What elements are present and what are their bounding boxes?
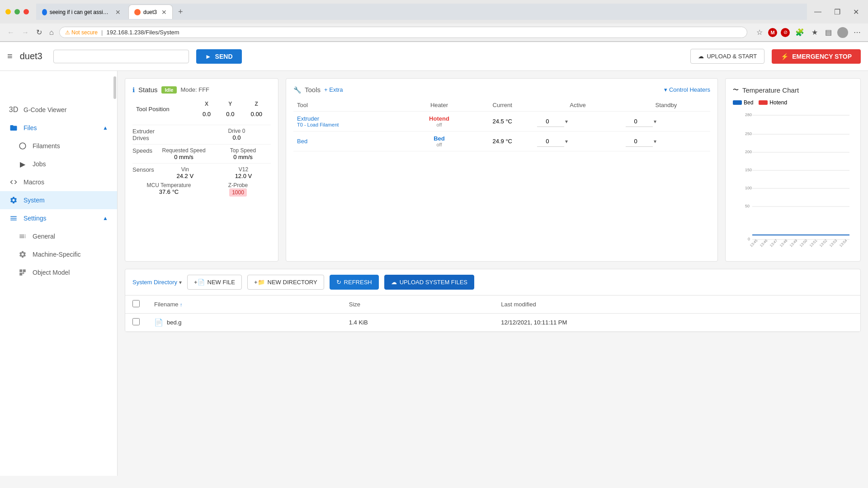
svg-text:13:50: 13:50 [799, 239, 808, 248]
filename-column-header[interactable]: Filename ↑ [147, 296, 342, 314]
sensors-section: Sensors Vin 24.2 V V12 12.0 V [132, 163, 271, 199]
address-bar[interactable]: ⚠ Not secure | 192.168.1.238/Files/Syste… [59, 27, 747, 38]
extruder-standby-input[interactable] [626, 116, 653, 127]
tab-1-close-icon[interactable]: ✕ [115, 9, 121, 16]
legend-hotend-color [759, 100, 768, 105]
hamburger-button[interactable]: ≡ [7, 51, 13, 61]
browser-fav-button[interactable]: ★ [810, 26, 820, 38]
win-minimize-button[interactable]: — [811, 7, 825, 17]
bed-standby-dropdown[interactable]: ▾ [654, 138, 656, 145]
new-file-button[interactable]: +📄 NEW FILE [187, 275, 242, 290]
v12-label: V12 [216, 166, 271, 173]
temp-chart-header: 〜 Temperature Chart [733, 86, 853, 94]
browser-collection-button[interactable]: ▤ [823, 26, 834, 38]
load-filament-link[interactable]: T0 - Load Filament [297, 122, 404, 127]
col-tool-header: Tool [293, 99, 407, 112]
extra-link[interactable]: + Extra [324, 86, 343, 93]
sidebar-item-general[interactable]: General [0, 227, 117, 245]
back-button[interactable]: ← [5, 27, 16, 38]
sidebar-item-filaments[interactable]: Filaments [0, 137, 117, 155]
x-value: 0.0 [195, 109, 218, 119]
refresh-nav-button[interactable]: ↻ [34, 26, 44, 38]
tab-2-close-icon[interactable]: ✕ [161, 9, 167, 16]
send-input[interactable] [53, 50, 189, 63]
sidebar-item-macros[interactable]: Macros [0, 173, 117, 191]
requested-speed-label: Requested Speed [156, 147, 212, 154]
home-button[interactable]: ⌂ [47, 27, 56, 38]
directory-select[interactable]: System Directory ▾ [132, 279, 182, 286]
file-row-checkbox[interactable] [132, 318, 140, 325]
files-expand-icon: ▲ [103, 125, 108, 131]
minimize-button[interactable] [5, 9, 11, 14]
sidebar-label-general: General [33, 233, 108, 240]
settings-expand-icon: ▲ [103, 215, 108, 221]
status-badge: Idle [161, 86, 177, 94]
sidebar-item-object-model[interactable]: Object Model [0, 263, 117, 282]
refresh-button[interactable]: ↻ REFRESH [330, 275, 379, 290]
select-all-checkbox[interactable] [132, 300, 140, 307]
control-heaters-label: Control Heaters [669, 86, 710, 93]
bed-active-input[interactable] [537, 136, 564, 147]
sidebar-item-settings[interactable]: Settings ▲ [0, 209, 117, 227]
files-section: System Directory ▾ +📄 NEW FILE +📁 NEW DI… [125, 269, 861, 332]
wrench-icon: 🔧 [293, 86, 301, 94]
extruder-active-dropdown[interactable]: ▾ [565, 118, 568, 125]
upload-start-label: UPLOAD & START [707, 53, 757, 60]
control-heaters-link[interactable]: ▾ Control Heaters [664, 86, 710, 93]
bed-active-dropdown[interactable]: ▾ [565, 138, 568, 145]
browser-menu-button[interactable]: ⋯ [852, 26, 863, 38]
requested-speed-value: 0 mm/s [156, 154, 212, 160]
maximize-button[interactable] [14, 9, 20, 14]
address-text: 192.168.1.238/Files/System [106, 29, 179, 36]
upload-start-button[interactable]: ☁ UPLOAD & START [690, 49, 764, 64]
user-avatar-button[interactable] [837, 27, 848, 38]
extension-m-button[interactable]: M [768, 28, 777, 37]
extruder-tool-link[interactable]: Extruder [297, 115, 404, 122]
filaments-icon [18, 141, 27, 150]
extruder-standby-select: ▾ [626, 116, 707, 127]
sidebar-label-filaments: Filaments [33, 142, 108, 150]
extruder-active-select: ▾ [537, 116, 618, 127]
tab-1[interactable]: seeing if i can get assistance wi... ✕ [36, 5, 127, 19]
extruder-active-input[interactable] [537, 116, 564, 127]
z-value: 0.00 [242, 109, 271, 119]
file-row-bed-g: 📄 bed.g 1.4 KiB 12/12/2021, 10:11:11 PM [125, 314, 860, 332]
tab-2-label: duet3 [143, 9, 157, 15]
v12-value: 12.0 V [216, 173, 271, 179]
last-modified-column-header[interactable]: Last modified [494, 296, 860, 314]
win-restore-button[interactable]: ❐ [830, 7, 844, 17]
sidebar-item-files[interactable]: Files ▲ [0, 119, 117, 137]
hotend-heater-state: off [411, 122, 467, 127]
new-directory-button[interactable]: +📁 NEW DIRECTORY [247, 275, 324, 290]
sidebar-item-gcode-viewer[interactable]: 3D G-Code Viewer [0, 101, 117, 119]
sidebar-scrollbar[interactable] [113, 76, 116, 99]
close-button[interactable] [24, 9, 29, 14]
tools-table: Tool Heater Current Active Standby [293, 99, 710, 151]
col-heater-header: Heater [407, 99, 471, 112]
bed-standby-input[interactable] [626, 136, 653, 147]
svg-text:13:53: 13:53 [829, 239, 838, 248]
sidebar-item-machine-specific[interactable]: Machine-Specific [0, 245, 117, 263]
sidebar-item-jobs[interactable]: ▶ Jobs [0, 155, 117, 173]
size-column-header[interactable]: Size [342, 296, 494, 314]
extruder-standby-dropdown[interactable]: ▾ [654, 118, 656, 125]
tab-2[interactable]: duet3 ✕ [128, 5, 173, 19]
status-info-icon: ℹ [132, 86, 135, 94]
sidebar-label-macros: Macros [24, 178, 108, 186]
file-name-text: bed.g [167, 319, 182, 326]
bed-current-temp: 24.9 °C [471, 131, 533, 151]
speeds-label: Speeds [132, 147, 152, 154]
svg-text:100: 100 [745, 186, 752, 190]
emergency-stop-button[interactable]: ⚡ EMERGENCY STOP [772, 49, 861, 64]
new-tab-button[interactable]: + [175, 7, 187, 17]
extensions-button[interactable]: 🧩 [793, 26, 806, 38]
forward-button[interactable]: → [20, 27, 31, 38]
win-close-button[interactable]: ✕ [849, 7, 863, 17]
bookmark-star-button[interactable]: ☆ [755, 26, 764, 38]
upload-system-files-button[interactable]: ☁ UPLOAD SYSTEM FILES [384, 275, 474, 290]
extension-red-button[interactable]: ⊘ [781, 28, 790, 37]
col-standby-header: Standby [622, 99, 710, 112]
dashboard-row: ℹ Status Idle Mode: FFF Tool Position X … [125, 78, 861, 262]
send-button[interactable]: ► SEND [196, 49, 242, 64]
sidebar-item-system[interactable]: System [0, 191, 117, 209]
